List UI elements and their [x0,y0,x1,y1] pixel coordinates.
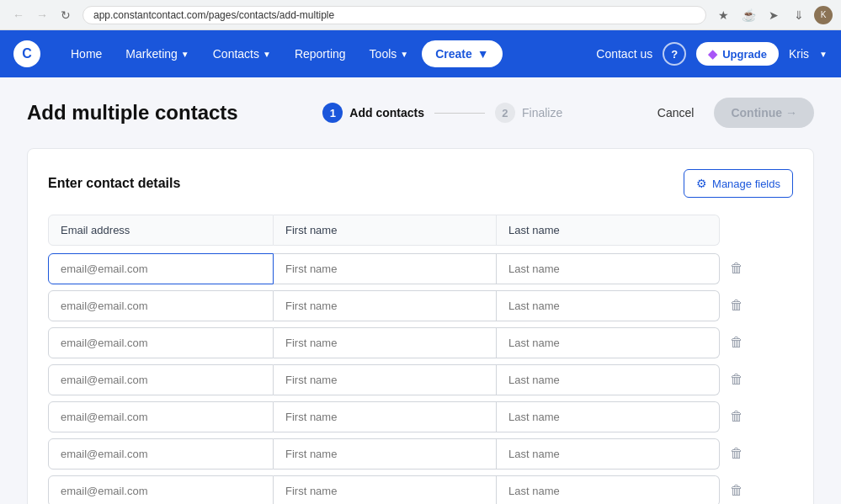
nav-right: Contact us ? ◆ Upgrade Kris ▼ [596,42,828,66]
step-1: 1 Add contacts [322,103,424,123]
browser-action-icons: ★ ☕ ➤ ⇓ K [713,5,833,25]
nav-home[interactable]: Home [61,40,112,67]
email-input[interactable] [48,327,274,358]
browser-chrome: ← → ↻ app.constantcontact.com/pages/cont… [0,0,841,30]
nav-items: Home Marketing ▼ Contacts ▼ Reporting To… [61,40,596,67]
top-nav: C Home Marketing ▼ Contacts ▼ Reporting … [0,30,841,77]
last-name-input[interactable] [497,327,720,358]
email-input[interactable] [48,290,274,321]
settings-icon: ⚙ [696,177,707,190]
last-name-input[interactable] [497,401,720,432]
email-column-header: Email address [48,215,274,246]
step-2-label: Finalize [522,106,562,119]
email-input[interactable] [48,475,274,505]
tools-chevron-icon: ▼ [400,50,408,59]
delete-row-button[interactable]: 🗑 [720,475,747,504]
address-bar[interactable]: app.constantcontact.com/pages/contacts/a… [83,6,706,24]
download-icon[interactable]: ⇓ [789,5,809,25]
cancel-button[interactable]: Cancel [647,99,705,126]
first-name-input[interactable] [274,327,497,358]
page-content: Add multiple contacts 1 Add contacts 2 F… [0,77,841,504]
first-name-input[interactable] [274,475,497,505]
contacts-chevron-icon: ▼ [263,50,271,59]
first-name-input[interactable] [274,401,497,432]
address-text: app.constantcontact.com/pages/contacts/a… [93,9,334,21]
star-icon[interactable]: ★ [713,5,733,25]
delete-row-button[interactable]: 🗑 [720,289,747,321]
table-row: 🗑 [48,326,793,358]
last-name-input[interactable] [497,475,720,505]
logo[interactable]: C [13,40,40,67]
help-button[interactable]: ? [663,42,686,66]
table-body: 🗑🗑🗑🗑🗑🗑🗑🗑 [48,252,793,504]
email-input[interactable] [48,253,274,284]
step-divider [434,113,485,114]
last-name-column-header: Last name [497,215,720,246]
table-row: 🗑 [48,438,793,470]
user-menu[interactable]: Kris [789,47,809,61]
step-2: 2 Finalize [495,103,562,123]
contact-us-link[interactable]: Contact us [596,47,652,61]
first-name-input[interactable] [274,438,497,470]
delete-column-header [720,215,747,246]
first-name-input[interactable] [274,364,497,395]
user-chevron-icon[interactable]: ▼ [819,50,828,59]
forward-button[interactable]: → [32,5,52,25]
table-row: 🗑 [48,289,793,321]
table-row: 🗑 [48,401,793,432]
step-1-label: Add contacts [349,106,424,119]
page-title: Add multiple contacts [27,101,238,125]
nav-reporting[interactable]: Reporting [285,40,356,67]
delete-row-button[interactable]: 🗑 [720,438,747,470]
contact-details-card: Enter contact details ⚙ Manage fields Em… [27,148,814,504]
nav-tools[interactable]: Tools ▼ [359,40,419,67]
delete-row-button[interactable]: 🗑 [720,326,747,358]
table-row: 🗑 [48,363,793,395]
create-button[interactable]: Create ▼ [422,40,502,67]
email-input[interactable] [48,364,274,395]
last-name-input[interactable] [497,253,720,284]
last-name-input[interactable] [497,438,720,470]
diamond-icon: ◆ [708,47,717,61]
table-row: 🗑 [48,252,793,284]
browser-nav-buttons: ← → ↻ [8,5,76,25]
create-chevron-icon: ▼ [477,47,489,61]
step-2-number: 2 [495,103,515,123]
delete-row-button[interactable]: 🗑 [720,363,747,395]
nav-contacts[interactable]: Contacts ▼ [203,40,281,67]
manage-fields-button[interactable]: ⚙ Manage fields [684,169,793,198]
email-input[interactable] [48,438,274,470]
first-name-input[interactable] [274,290,497,321]
page-header: Add multiple contacts 1 Add contacts 2 F… [27,98,814,128]
first-name-input[interactable] [274,253,497,284]
contact-table: Email address First name Last name 🗑🗑🗑🗑🗑… [48,215,793,504]
card-header: Enter contact details ⚙ Manage fields [48,169,793,198]
last-name-input[interactable] [497,364,720,395]
header-actions: Cancel Continue → [647,98,814,128]
delete-row-button[interactable]: 🗑 [720,401,747,432]
continue-button[interactable]: Continue → [714,98,814,128]
delete-row-button[interactable]: 🗑 [720,252,747,284]
step-1-number: 1 [322,103,343,123]
reload-button[interactable]: ↻ [56,5,76,25]
card-title: Enter contact details [48,176,180,191]
marketing-chevron-icon: ▼ [181,50,189,59]
upgrade-button[interactable]: ◆ Upgrade [696,42,779,66]
table-row: 🗑 [48,475,793,504]
back-button[interactable]: ← [8,5,29,25]
extensions-icon[interactable]: ☕ [738,5,758,25]
table-header: Email address First name Last name [48,215,793,246]
stepper: 1 Add contacts 2 Finalize [322,103,562,123]
email-input[interactable] [48,401,274,432]
first-name-column-header: First name [274,215,497,246]
nav-marketing[interactable]: Marketing ▼ [115,40,199,67]
send-icon[interactable]: ➤ [764,5,784,25]
browser-profile-avatar[interactable]: K [814,6,833,24]
last-name-input[interactable] [497,290,720,321]
